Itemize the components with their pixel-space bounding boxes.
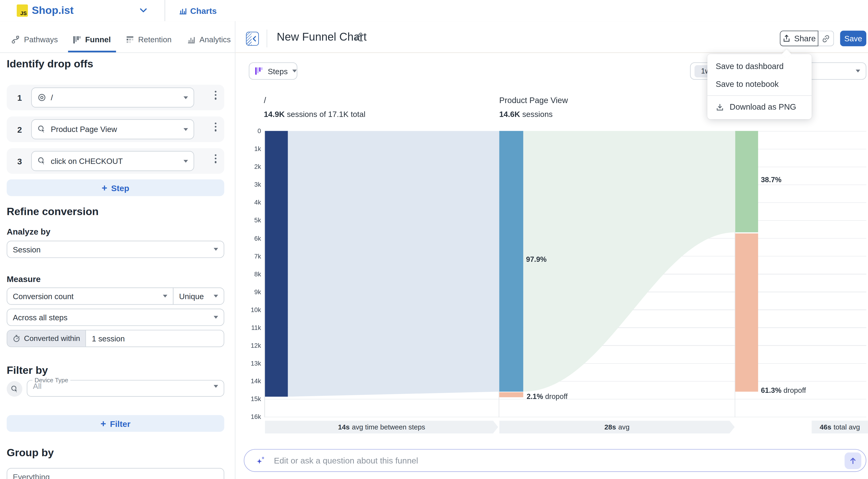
col1-sessions-suffix: sessions of 17.1K total [285, 110, 365, 118]
step-number: 3 [18, 148, 22, 174]
filter-field-value: All [33, 382, 214, 390]
tab-funnel-label: Funnel [85, 35, 111, 44]
measure-select[interactable]: Conversion count [7, 287, 173, 305]
chevron-down-icon [214, 295, 218, 298]
add-filter-button[interactable]: + Filter [7, 415, 224, 432]
y-axis-tick: 5k [238, 217, 261, 223]
y-axis-tick: 6k [238, 235, 261, 242]
conversion-pct: 97.9% [526, 255, 547, 264]
chevron-left-icon [252, 35, 256, 41]
view-mode-value: Steps [268, 67, 288, 76]
step-2-select[interactable]: Product Page View [31, 119, 194, 139]
collapse-hatch [247, 32, 252, 45]
step-1-menu-button[interactable] [215, 90, 217, 100]
ask-input-placeholder[interactable]: Edit or ask a question about this funnel [274, 456, 837, 465]
menu-item-save-to-notebook[interactable]: Save to notebook [707, 75, 812, 93]
save-label: Save [844, 34, 862, 43]
project-name[interactable]: Shop.ist [32, 4, 73, 17]
refine-section-title: Refine conversion [7, 206, 98, 218]
y-axis-tick: 3k [238, 181, 261, 187]
y-axis-tick: 1k [238, 145, 261, 152]
timing-value: 14s [338, 423, 350, 431]
menu-item-download-png[interactable]: Download as PNG [707, 98, 812, 116]
funnel-col1-title: / [264, 96, 266, 105]
dropoff-suffix: dropoff [781, 386, 806, 395]
funnel-bar-step3-converted[interactable] [735, 131, 758, 233]
step-row-1: 1 / [7, 85, 224, 110]
measure-mode-value: Unique [179, 292, 214, 301]
nav-charts[interactable]: Charts [190, 6, 217, 15]
y-axis-tick: 8k [238, 271, 261, 277]
tab-retention[interactable]: Retention [126, 35, 172, 44]
dropoff-suffix: dropoff [543, 392, 567, 401]
funnel-bar-step2-dropoff[interactable] [499, 392, 523, 397]
analyze-by-value: Session [13, 245, 214, 254]
measure-mode-select[interactable]: Unique [173, 287, 224, 305]
chevron-down-icon [184, 128, 188, 131]
analytics-icon [187, 35, 196, 44]
send-button[interactable] [844, 452, 861, 469]
add-step-label: Step [111, 183, 129, 192]
share-upload-icon [782, 35, 790, 42]
step-2-menu-button[interactable] [215, 122, 217, 132]
converted-within-value[interactable]: 1 session [86, 334, 131, 343]
tab-pathways[interactable]: Pathways [11, 35, 58, 44]
step-3-value: click on CHECKOUT [51, 157, 184, 166]
tab-analytics-label: Analytics [199, 35, 230, 44]
col1-sessions-count: 14.9K [264, 110, 285, 118]
step-row-2: 2 Product Page View [7, 116, 224, 142]
step-1-select[interactable]: / [31, 88, 194, 107]
project-chevron-down-icon[interactable] [140, 8, 147, 13]
filter-device-type-field[interactable]: Device Type All [27, 377, 224, 397]
menu-item-label: Download as PNG [730, 103, 796, 111]
timing-band-1: 14s avg time between steps [265, 420, 498, 434]
plus-icon: + [101, 419, 106, 428]
funnel-icon [73, 35, 81, 44]
charts-icon [179, 6, 187, 15]
tab-pathways-label: Pathways [24, 35, 58, 44]
measure-scope-select[interactable]: Across all steps [7, 309, 224, 326]
edit-title-pencil-icon[interactable] [353, 32, 364, 42]
collapse-sidebar-button[interactable] [246, 32, 259, 45]
funnel-col2-value: 14.6K sessions [499, 110, 553, 118]
tab-retention-label: Retention [138, 35, 172, 44]
timing-value: 28s [604, 423, 616, 431]
share-button[interactable]: Share [780, 31, 818, 46]
y-axis-tick: 7k [238, 253, 261, 260]
funnel-bar-step2[interactable] [499, 131, 523, 392]
click-event-icon [10, 385, 19, 393]
header-divider [267, 30, 267, 47]
tab-analytics[interactable]: Analytics [187, 35, 231, 44]
tab-funnel[interactable]: Funnel [73, 27, 111, 53]
measure-value: Conversion count [13, 292, 163, 301]
timing-text: total avg [834, 423, 860, 431]
ai-sparkle-icon [255, 455, 267, 466]
group-by-select[interactable]: Everything [7, 468, 224, 479]
converted-within-field[interactable]: Converted within 1 session [7, 330, 224, 347]
step2-conversion-label: 97.9% [526, 255, 547, 264]
filter-section-title: Filter by [7, 365, 48, 377]
copy-link-button[interactable] [818, 31, 834, 46]
analyze-by-label: Analyze by [7, 227, 50, 236]
menu-item-save-to-dashboard[interactable]: Save to dashboard [707, 57, 812, 75]
menu-divider [707, 95, 812, 96]
step-3-select[interactable]: click on CHECKOUT [31, 151, 194, 171]
funnel-bar-step3-dropoff[interactable] [735, 233, 758, 392]
stopwatch-icon [12, 334, 21, 343]
step-3-menu-button[interactable] [215, 153, 217, 164]
funnel-bar-step1[interactable] [265, 131, 288, 397]
ask-input-bar[interactable]: Edit or ask a question about this funnel [244, 449, 866, 472]
chevron-down-icon [214, 316, 218, 319]
add-step-button[interactable]: + Step [7, 179, 224, 196]
timing-text: avg time between steps [352, 423, 425, 431]
sidebar-tabs-divider [0, 53, 235, 53]
flow-step1-step2 [288, 131, 499, 397]
step3-conversion-label: 38.7% [761, 175, 781, 184]
view-mode-select[interactable]: Steps [249, 63, 297, 80]
analyze-by-select[interactable]: Session [7, 241, 224, 258]
step-number: 1 [18, 85, 22, 110]
save-button[interactable]: Save [840, 31, 866, 46]
retention-icon [126, 35, 134, 44]
y-axis-tick: 11k [238, 324, 261, 331]
measure-scope-value: Across all steps [13, 313, 214, 322]
